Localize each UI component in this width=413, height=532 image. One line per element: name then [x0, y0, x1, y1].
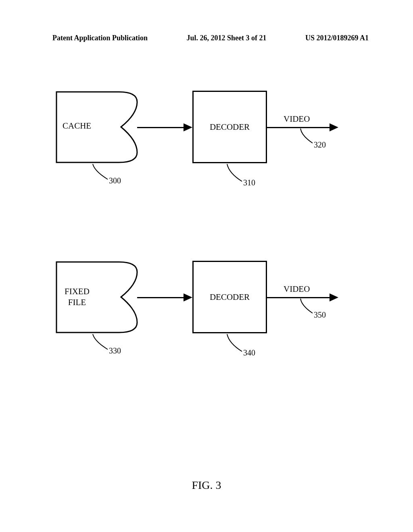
- decoder-box-2: DECODER: [192, 261, 267, 333]
- ref-line-350: [298, 298, 315, 315]
- header-left: Patent Application Publication: [52, 34, 148, 42]
- figure-caption: FIG. 3: [192, 479, 221, 492]
- diagram-area: CACHE DECODER VIDEO 300 310 320 FIXED FI…: [0, 42, 413, 445]
- decoder-box-1: DECODER: [192, 91, 267, 163]
- ref-300: 300: [109, 176, 121, 185]
- ref-320: 320: [314, 140, 326, 150]
- page-header: Patent Application Publication Jul. 26, …: [0, 0, 413, 42]
- ref-310: 310: [243, 178, 255, 187]
- header-center: Jul. 26, 2012 Sheet 3 of 21: [187, 34, 267, 42]
- arrow-head-2: [330, 123, 338, 131]
- cache-label: CACHE: [63, 121, 91, 131]
- arrow-head-3: [184, 293, 192, 301]
- video-label-2: VIDEO: [284, 284, 310, 294]
- ref-line-310: [225, 163, 245, 183]
- ref-line-330: [91, 333, 111, 351]
- decoder-label-2: DECODER: [210, 292, 250, 302]
- video-label-1: VIDEO: [284, 114, 310, 124]
- fixed-file-label: FIXED FILE: [65, 286, 90, 308]
- header-right: US 2012/0189269 A1: [305, 34, 369, 42]
- arrow-head-1: [184, 123, 192, 131]
- arrow-file-to-decoder: [137, 297, 186, 298]
- ref-350: 350: [314, 310, 326, 320]
- ref-line-300: [91, 163, 111, 181]
- ref-330: 330: [109, 346, 121, 355]
- decoder-label-1: DECODER: [210, 122, 250, 132]
- arrow-head-4: [330, 293, 338, 301]
- ref-line-340: [225, 333, 245, 353]
- ref-line-320: [298, 128, 315, 145]
- arrow-cache-to-decoder: [137, 127, 186, 128]
- ref-340: 340: [243, 348, 255, 357]
